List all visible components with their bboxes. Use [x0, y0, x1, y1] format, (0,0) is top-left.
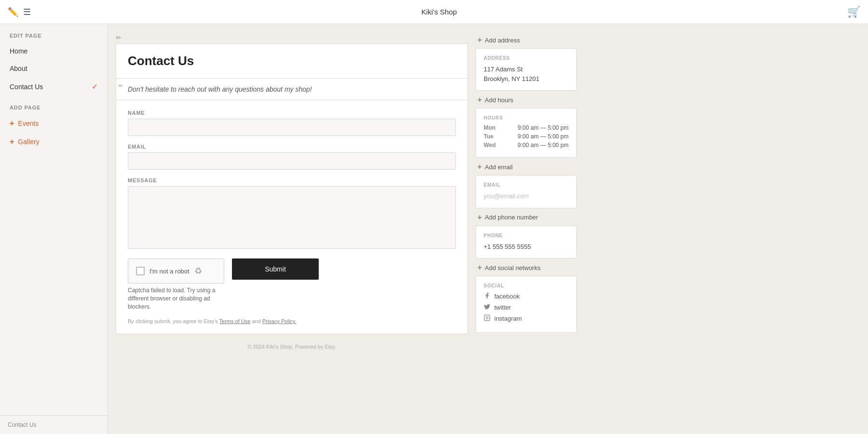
and-text: and [252, 318, 262, 324]
email-field-group: EMAIL [128, 144, 456, 170]
address-line2: Brooklyn, NY 11201 [484, 74, 569, 84]
phone-section-label: PHONE [484, 233, 569, 238]
description-block: ✏ Don't hesitate to reach out with any q… [116, 79, 468, 100]
title-edit-icon[interactable]: ✏ [116, 34, 122, 41]
message-textarea[interactable] [128, 186, 456, 249]
content-area: ✏ Contact Us ✏ Don't hesitate to reach o… [108, 24, 868, 434]
hours-card: HOURS Mon 9:00 am — 5:00 pm Tue 9:00 am … [475, 108, 577, 158]
phone-card: PHONE +1 555 555 5555 [475, 226, 577, 259]
contact-form: NAME EMAIL MESSAGE I'm not a robot [116, 100, 468, 334]
plus-icon-social: + [477, 263, 482, 272]
add-address-button[interactable]: + Add address [475, 32, 577, 48]
phone-value: +1 555 555 5555 [484, 242, 569, 252]
form-footer: By clicking submit, you agree to Etsy's … [128, 318, 456, 324]
social-card: SOCIAL facebook twitter [475, 276, 577, 333]
captcha-checkbox[interactable] [136, 267, 145, 275]
email-card: EMAIL you@email.com [475, 175, 577, 208]
terms-link[interactable]: Terms of Use [219, 318, 251, 324]
cart-icon[interactable]: 🛒 [847, 6, 860, 18]
right-panel: + Add address ADDRESS 117 Adams St Brook… [475, 32, 577, 426]
social-section-label: SOCIAL [484, 283, 569, 288]
add-address-label: Add address [485, 37, 520, 44]
captcha-row: I'm not a robot ♻ Captcha failed to load… [128, 258, 456, 311]
sidebar-about-label: About [10, 65, 27, 72]
shop-title: Kiki's Shop [421, 8, 457, 16]
name-label: NAME [128, 110, 456, 116]
sidebar-home-label: Home [10, 47, 27, 55]
hours-row-mon: Mon 9:00 am — 5:00 pm [484, 124, 569, 131]
sidebar: EDIT PAGE Home About Contact Us ✓ ADD PA… [0, 24, 108, 434]
email-placeholder: you@email.com [484, 191, 569, 201]
facebook-icon [484, 292, 490, 300]
check-icon: ✓ [92, 82, 98, 91]
name-field-group: NAME [128, 110, 456, 136]
mon-label: Mon [484, 124, 498, 131]
instagram-row: instagram [484, 314, 569, 323]
facebook-row: facebook [484, 292, 569, 300]
add-social-label: Add social networks [485, 264, 541, 271]
sidebar-item-contact[interactable]: Contact Us ✓ [0, 77, 108, 96]
captcha-error: Captcha failed to load. Try using a diff… [128, 286, 224, 311]
edit-icon[interactable]: ✏️ [8, 7, 18, 17]
hours-row-wed: Wed 9:00 am — 5:00 pm [484, 142, 569, 149]
plus-icon-hours: + [477, 95, 482, 104]
page-editor: ✏ Contact Us ✏ Don't hesitate to reach o… [116, 32, 468, 426]
add-social-button[interactable]: + Add social networks [475, 259, 577, 276]
sidebar-footer: Contact Us [0, 415, 108, 434]
main-layout: EDIT PAGE Home About Contact Us ✓ ADD PA… [0, 24, 868, 434]
sidebar-contact-label: Contact Us [10, 83, 43, 91]
footer-text: By clicking submit, you agree to Etsy's [128, 318, 219, 324]
wed-time: 9:00 am — 5:00 pm [518, 142, 569, 149]
email-section-label: EMAIL [484, 182, 569, 188]
page-title: Contact Us [128, 54, 456, 68]
email-input[interactable] [128, 152, 456, 170]
plus-icon-gallery: + [10, 137, 14, 146]
twitter-label: twitter [494, 304, 511, 311]
desc-edit-icon[interactable]: ✏ [118, 82, 123, 89]
plus-icon-email: + [477, 163, 482, 171]
twitter-icon [484, 303, 490, 312]
message-field-group: MESSAGE [128, 177, 456, 251]
privacy-link[interactable]: Privacy Policy. [262, 318, 297, 324]
edit-page-label: EDIT PAGE [0, 24, 108, 42]
twitter-row: twitter [484, 303, 569, 312]
instagram-icon [484, 314, 490, 323]
name-input[interactable] [128, 119, 456, 136]
sidebar-footer-text: Contact Us [8, 421, 36, 428]
svg-rect-0 [484, 315, 490, 321]
hours-section-label: HOURS [484, 115, 569, 121]
facebook-label: facebook [494, 293, 520, 300]
add-phone-label: Add phone number [485, 214, 538, 221]
submit-button[interactable]: Submit [232, 258, 319, 280]
message-label: MESSAGE [128, 177, 456, 183]
add-hours-button[interactable]: + Add hours [475, 92, 577, 108]
plus-icon-address: + [477, 36, 482, 44]
wed-label: Wed [484, 142, 498, 149]
hours-row-tue: Tue 9:00 am — 5:00 pm [484, 133, 569, 140]
events-label: Events [18, 120, 39, 127]
edit-pencil-bar: ✏ [116, 32, 468, 43]
recaptcha-icon: ♻ [194, 266, 202, 276]
list-icon[interactable]: ☰ [23, 7, 31, 17]
address-line1: 117 Adams St [484, 65, 569, 74]
tue-time: 9:00 am — 5:00 pm [518, 133, 569, 140]
sidebar-item-about[interactable]: About [0, 60, 108, 77]
plus-icon-phone: + [477, 213, 482, 222]
add-events-button[interactable]: + Events [0, 114, 108, 133]
add-page-label: ADD PAGE [0, 96, 108, 114]
add-email-button[interactable]: + Add email [475, 159, 577, 175]
add-gallery-button[interactable]: + Gallery [0, 133, 108, 151]
top-bar: ✏️ ☰ Kiki's Shop 🛒 [0, 0, 868, 24]
address-card: ADDRESS 117 Adams St Brooklyn, NY 11201 [475, 48, 577, 91]
top-bar-left: ✏️ ☰ [8, 7, 31, 17]
sidebar-item-home[interactable]: Home [0, 42, 108, 60]
plus-icon: + [10, 119, 14, 128]
page-footer: © 2024 Kiki's Shop. Powered by Etsy. [116, 334, 468, 359]
page-title-block: Contact Us [116, 43, 468, 79]
captcha-label: I'm not a robot [149, 268, 190, 275]
add-phone-button[interactable]: + Add phone number [475, 209, 577, 226]
captcha-box[interactable]: I'm not a robot ♻ [128, 258, 224, 284]
gallery-label: Gallery [18, 138, 39, 146]
description-text: Don't hesitate to reach out with any que… [128, 85, 456, 93]
add-hours-label: Add hours [485, 96, 513, 104]
